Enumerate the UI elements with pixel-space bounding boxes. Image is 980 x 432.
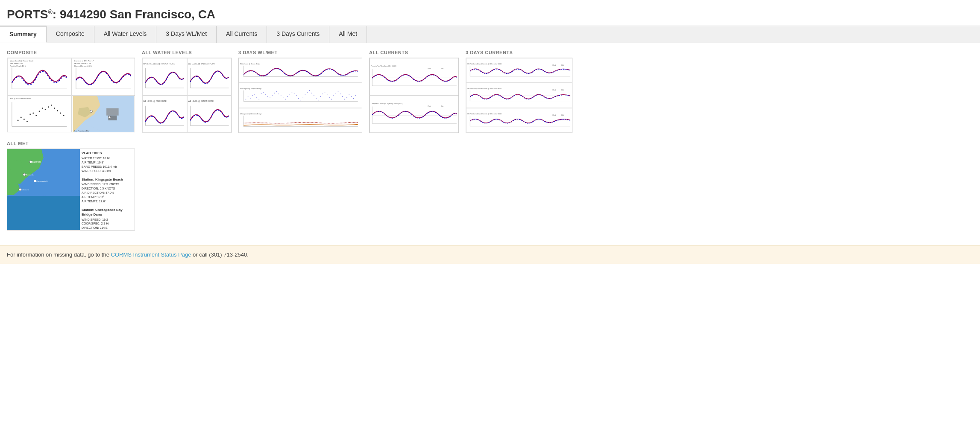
svg-text:Water Level @ Rincon Bridge: Water Level @ Rincon Bridge xyxy=(240,63,260,65)
svg-point-29 xyxy=(57,110,58,111)
svg-point-81 xyxy=(281,96,282,96)
wlmet-cell-1[interactable]: Water Level @ Rincon Bridge xyxy=(239,58,362,83)
svg-point-162 xyxy=(23,173,26,176)
svg-rect-36 xyxy=(106,108,119,115)
days-currents-cell-2[interactable]: Old Point Comp Channel Currents @ 34 fee… xyxy=(466,83,572,108)
water-levels-section: ALL WATER LEVELS WATER LEVELS @ RINCON R… xyxy=(142,50,232,133)
days-currents-cell-3[interactable]: Old Point Comp Channel Currents @ 72 fee… xyxy=(466,108,572,133)
allmet-chart[interactable]: Baltimore Annapolis Chesapeake B. Solomo… xyxy=(7,149,135,231)
water-cell-1[interactable]: WATER LEVELS @ RINCON RIDGE xyxy=(142,58,187,96)
footer: For information on missing data, go to t… xyxy=(0,245,980,264)
svg-point-114 xyxy=(353,98,354,99)
svg-point-104 xyxy=(331,99,332,100)
svg-point-90 xyxy=(300,100,301,101)
svg-rect-127 xyxy=(370,102,459,126)
svg-text:Ebb: Ebb xyxy=(561,89,564,91)
svg-point-86 xyxy=(292,92,293,93)
svg-point-24 xyxy=(42,108,43,109)
svg-point-21 xyxy=(32,112,34,114)
svg-point-25 xyxy=(45,108,46,110)
svg-text:Flood: Flood xyxy=(553,89,556,91)
svg-point-106 xyxy=(335,93,336,94)
svg-text:Posidonia Point Wing Channel C: Posidonia Point Wing Channel C-1 @ 25 C xyxy=(371,65,396,67)
tab-composite[interactable]: Composite xyxy=(47,26,94,43)
svg-text:Annapolis: Annapolis xyxy=(26,174,34,176)
title-location: : 9414290 San Francisco, CA xyxy=(53,8,215,21)
svg-point-69 xyxy=(254,95,255,96)
svg-point-115 xyxy=(355,96,356,96)
title-ports: PORTS xyxy=(7,8,48,21)
tab-summary[interactable]: Summary xyxy=(0,26,47,43)
svg-text:San Francisco Bay: San Francisco Bay xyxy=(74,129,90,131)
tab-3-days-currents[interactable]: 3 Days Currents xyxy=(267,26,329,43)
svg-point-87 xyxy=(294,93,295,94)
svg-point-111 xyxy=(346,97,347,98)
composite-cell-3[interactable]: Met @ SSS Station Winds xyxy=(7,96,71,133)
svg-text:Predicted Height: 1.0 ft: Predicted Height: 1.0 ft xyxy=(10,65,26,67)
composite-cell-map[interactable]: San Francisco Bay xyxy=(71,96,135,133)
content-area: COMPOSITE Water Level @ Rincon Circle Pr… xyxy=(0,43,980,245)
svg-point-83 xyxy=(285,99,286,100)
svg-text:Flood: Flood xyxy=(428,68,431,70)
svg-rect-53 xyxy=(188,99,232,129)
wlmet-cell-2[interactable]: Wind Speed @ Bayview Bridge xyxy=(239,83,362,108)
tab-all-met[interactable]: All Met xyxy=(329,26,367,43)
water-cell-3[interactable]: WE LEVEL @ CNE RIDGE xyxy=(142,96,187,133)
svg-point-95 xyxy=(311,93,312,94)
svg-point-92 xyxy=(305,95,305,96)
svg-point-107 xyxy=(338,91,339,92)
days-currents-cell-1[interactable]: Old Point Comp Channel Currents @ 13 fee… xyxy=(466,58,572,83)
svg-text:Ebb: Ebb xyxy=(561,114,564,116)
tab-3-days-wl-met[interactable]: 3 Days WL/Met xyxy=(156,26,217,43)
svg-point-99 xyxy=(320,96,321,97)
svg-point-72 xyxy=(261,93,262,94)
svg-point-88 xyxy=(296,96,297,96)
tab-all-currents[interactable]: All Currents xyxy=(217,26,267,43)
composite-cell-2[interactable]: Currents at 42% Pier 17 Vel: Nov. 2021 0… xyxy=(71,58,135,96)
footer-corms-link[interactable]: CORMS Instrument Status Page xyxy=(111,251,191,258)
svg-point-38 xyxy=(90,110,93,112)
section-row-1: COMPOSITE Water Level @ Rincon Circle Pr… xyxy=(7,50,973,133)
composite-chart[interactable]: Water Level @ Rincon Circle Pred. Period… xyxy=(7,58,135,132)
days-currents-chart[interactable]: Old Point Comp Channel Currents @ 13 fee… xyxy=(466,58,572,133)
svg-point-96 xyxy=(314,96,314,96)
svg-rect-120 xyxy=(370,64,459,89)
svg-point-89 xyxy=(298,98,299,99)
water-cell-4[interactable]: WE LEVEL @ SANPT RIDGE xyxy=(187,96,232,133)
svg-point-18 xyxy=(23,118,25,120)
svg-text:Ebb: Ebb xyxy=(441,105,443,107)
svg-point-77 xyxy=(272,96,273,96)
currents-cell-1[interactable]: Posidonia Point Wing Channel C-1 @ 25 C … xyxy=(370,58,459,96)
currents-cell-2[interactable]: Chesapeake Channel (BC-1C) Along Channel… xyxy=(370,96,459,133)
svg-point-98 xyxy=(318,100,319,101)
svg-point-16 xyxy=(18,120,19,121)
footer-text-after: or call (301) 713-2540. xyxy=(191,251,248,258)
svg-point-27 xyxy=(51,104,52,105)
svg-point-112 xyxy=(349,95,349,96)
all-currents-chart[interactable]: Posidonia Point Wing Channel C-1 @ 25 C … xyxy=(369,58,459,133)
page-title: PORTS®: 9414290 San Francisco, CA xyxy=(0,0,980,26)
water-levels-chart[interactable]: WATER LEVELS @ RINCON RIDGE WE LEVEL @ B… xyxy=(142,58,232,133)
water-levels-label: ALL WATER LEVELS xyxy=(142,50,232,55)
svg-point-82 xyxy=(283,98,284,99)
wlmet-cell-3[interactable]: Chesapeake @ Oceanic Bridge xyxy=(239,108,362,133)
composite-section: COMPOSITE Water Level @ Rincon Circle Pr… xyxy=(7,50,135,133)
svg-text:Vel: Nov. 2021 03:22 TM: Vel: Nov. 2021 03:22 TM xyxy=(74,63,91,64)
svg-text:Old Point Comp Channel Current: Old Point Comp Channel Currents @ 72 fee… xyxy=(467,113,502,114)
svg-point-73 xyxy=(263,92,264,93)
wlmet-chart[interactable]: Water Level @ Rincon Bridge Wind Speed @… xyxy=(238,58,362,133)
days-currents-section: 3 DAYS CURRENTS Old Point Comp Channel C… xyxy=(466,50,572,133)
svg-text:Water Level @ Rincon Circle: Water Level @ Rincon Circle xyxy=(10,60,34,62)
allmet-map[interactable]: Baltimore Annapolis Chesapeake B. Solomo… xyxy=(7,149,80,230)
svg-point-97 xyxy=(316,98,317,99)
svg-rect-12 xyxy=(9,96,70,133)
svg-text:Chesapeake Channel (BC-1C) Alo: Chesapeake Channel (BC-1C) Along Channel… xyxy=(371,103,402,105)
svg-text:Pred. Period: -0.1 ft: Pred. Period: -0.1 ft xyxy=(10,63,23,64)
wlmet-label: 3 DAYS WL/MET xyxy=(238,50,362,55)
svg-point-22 xyxy=(35,115,37,116)
water-cell-2[interactable]: WE LEVEL @ BALLAST POINT xyxy=(187,58,232,96)
composite-cell-1[interactable]: Water Level @ Rincon Circle Pred. Period… xyxy=(7,58,71,96)
tab-all-water-levels[interactable]: All Water Levels xyxy=(94,26,157,43)
svg-point-102 xyxy=(327,95,328,96)
svg-text:Ebb: Ebb xyxy=(441,68,443,70)
